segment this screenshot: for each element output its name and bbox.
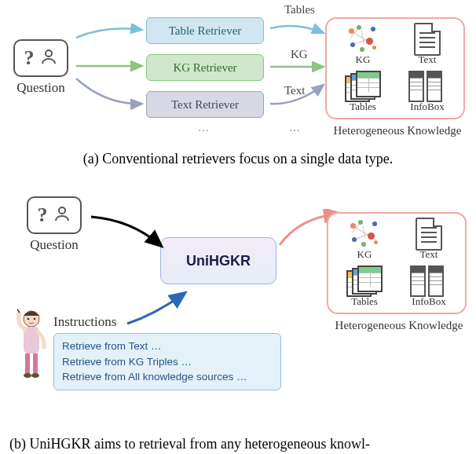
ellipsis-right-a: …	[289, 122, 302, 134]
kb-infobox-cell-b: InfoBox	[399, 265, 459, 311]
tables-icon	[346, 265, 383, 297]
panel-b: ? Question UniHGKR	[0, 182, 476, 454]
caption-a: (a) Conventional retrievers focus on a s…	[0, 151, 476, 167]
kb-tables-cell-b: Tables	[335, 265, 394, 311]
unihgkr-box: UniHGKR	[160, 237, 276, 284]
arrow-q-to-text	[75, 75, 147, 110]
kb-tables-cell-a: Tables	[333, 71, 393, 116]
svg-point-3	[27, 318, 30, 320]
question-label-b: Question	[27, 237, 82, 253]
question-icon-b: ?	[27, 196, 82, 234]
user-icon	[39, 47, 58, 69]
edge-label-kg: KG	[291, 48, 308, 61]
document-icon	[416, 218, 442, 250]
kg-graph-icon	[347, 218, 382, 250]
caption-b: (b) UniHGKR aims to retrieval from any h…	[0, 436, 476, 452]
knowledge-box-a: KG Text Tables	[325, 17, 465, 119]
text-retriever-label: Text Retriever	[171, 98, 239, 112]
kb-text-cell-a: Text	[397, 24, 457, 69]
kb-tables-label-b: Tables	[351, 295, 378, 308]
kb-kg-cell-b: KG	[335, 218, 394, 264]
infobox-icon	[410, 265, 448, 297]
question-block-b: ? Question	[27, 196, 82, 253]
infobox-icon	[408, 71, 446, 102]
instructions-box: Retrieve from Text … Retrieve from KG Tr…	[53, 333, 281, 390]
instruction-line-3: Retrieve from All knowledge sources …	[62, 369, 273, 385]
tables-icon	[345, 71, 381, 102]
arrow-instr-to-unihgkr	[124, 291, 190, 328]
table-retriever-label: Table Retriever	[169, 24, 242, 38]
arrow-kb-to-kg	[265, 61, 327, 72]
edge-label-tables: Tables	[284, 3, 315, 16]
text-retriever-box: Text Retriever	[146, 91, 264, 118]
kb-kg-label-a: KG	[356, 53, 371, 66]
instruction-line-1: Retrieve from Text …	[62, 339, 273, 354]
svg-point-4	[34, 318, 36, 320]
kb-kg-label-b: KG	[357, 248, 372, 261]
instructions-label: Instructions	[53, 314, 116, 330]
svg-point-0	[46, 50, 52, 57]
question-mark-icon: ?	[38, 205, 48, 225]
kb-kg-cell-a: KG	[333, 24, 393, 69]
unihgkr-label: UniHGKR	[186, 253, 251, 269]
arrow-q-to-unihgkr	[88, 212, 167, 251]
kb-tables-label-a: Tables	[350, 101, 376, 113]
svg-point-8	[24, 373, 31, 378]
arrow-kb-to-table	[265, 19, 327, 35]
question-label-a: Question	[13, 80, 68, 96]
kb-infobox-label-b: InfoBox	[412, 295, 445, 308]
table-retriever-box: Table Retriever	[146, 17, 264, 44]
arrow-q-to-table	[75, 24, 147, 39]
svg-point-1	[59, 207, 65, 214]
svg-point-9	[31, 373, 39, 378]
kg-graph-icon	[346, 24, 380, 55]
question-icon-a: ?	[13, 39, 68, 77]
instruction-line-2: Retrieve from KG Triples …	[62, 354, 273, 370]
knowledge-box-b: KG Text Tables	[327, 212, 467, 314]
kg-retriever-box: KG Retriever	[146, 54, 264, 81]
arrow-kb-to-text	[265, 82, 327, 110]
svg-rect-6	[25, 353, 30, 374]
kb-infobox-label-a: InfoBox	[410, 101, 444, 113]
question-mark-icon: ?	[24, 48, 35, 68]
instructor-figure-icon	[9, 308, 53, 386]
kb-infobox-cell-a: InfoBox	[397, 71, 457, 116]
ellipsis-mid-a: …	[198, 122, 211, 134]
document-icon	[414, 24, 441, 55]
kg-retriever-label: KG Retriever	[173, 61, 236, 75]
kb-caption-a: Heterogeneous Knowledge	[319, 124, 476, 137]
user-icon	[53, 204, 71, 226]
arrow-q-to-kg	[75, 60, 147, 72]
kb-caption-b: Heterogeneous Knowledge	[320, 319, 476, 332]
svg-rect-7	[33, 353, 38, 374]
question-block-a: ? Question	[13, 39, 68, 96]
kb-text-cell-b: Text	[399, 218, 459, 264]
